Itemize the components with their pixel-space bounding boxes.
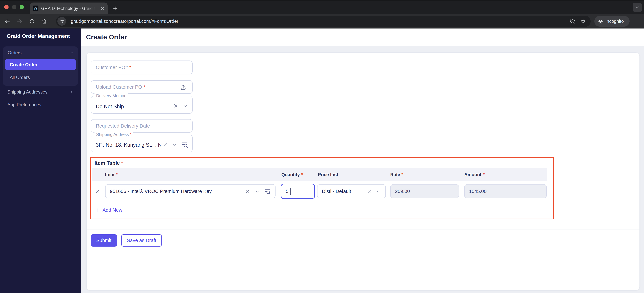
col-item: Item* (105, 168, 118, 181)
rate-field: 209.00 (390, 184, 459, 198)
bookmark-star-icon[interactable] (580, 18, 586, 24)
forward-icon[interactable] (16, 18, 22, 24)
sidebar-item-create-order[interactable]: Create Order (5, 59, 76, 70)
tab-title: GRAID Technology - Graid Or (41, 6, 96, 11)
lookup-search-icon[interactable] (181, 141, 188, 149)
quantity-input[interactable] (281, 184, 315, 199)
row-divider (92, 201, 547, 201)
amount-value: 1045.00 (469, 189, 486, 194)
price-list-value: Disti - Default (322, 189, 351, 194)
tab-close-icon[interactable] (100, 6, 105, 10)
home-icon[interactable] (41, 18, 47, 24)
chevron-right-icon (70, 90, 74, 94)
item-table-header-row: Item* Quantity* Price List Rate* Amount* (92, 168, 547, 181)
create-order-label: Create Order (10, 62, 38, 67)
incognito-spy-icon (598, 18, 604, 24)
orders-label: Orders (8, 50, 22, 55)
chevron-down-icon[interactable] (376, 189, 381, 194)
form-actions-divider (86, 229, 640, 230)
sidebar-item-orders[interactable]: Orders (3, 46, 78, 59)
orders-group: Orders Create Order All Orders (3, 46, 78, 86)
col-quantity: Quantity* (282, 168, 303, 181)
delivery-method-label: Delivery Method (94, 93, 128, 98)
sidebar-item-shipping-addresses[interactable]: Shipping Addresses (0, 86, 81, 98)
delivery-method-value: Do Not Ship (96, 104, 124, 110)
main-content: Create Order Customer PO# * Upload Custo… (81, 28, 644, 293)
window-zoom-button[interactable] (20, 5, 24, 9)
item-table-title: Item Table* (94, 160, 123, 166)
add-new-label: Add New (102, 207, 122, 213)
all-orders-label: All Orders (10, 75, 30, 80)
password-eye-off-icon[interactable] (570, 18, 576, 24)
clear-icon[interactable] (162, 142, 168, 147)
graid-favicon-icon (33, 5, 38, 11)
window-close-button[interactable] (4, 5, 8, 9)
shipping-address-value: 3F., No. 18, Kunyang St., , N... (96, 142, 162, 148)
app-preferences-label: App Preferences (8, 102, 41, 107)
app-title: Graid Order Management (7, 33, 70, 39)
back-icon[interactable] (4, 18, 10, 24)
chevron-down-icon[interactable] (172, 142, 177, 147)
shipping-address-field[interactable]: Shipping Address* 3F., No. 18, Kunyang S… (91, 135, 193, 152)
shipping-address-label: Shipping Address* (94, 132, 133, 137)
col-rate: Rate* (390, 168, 404, 181)
upload-customer-po-field[interactable]: Upload Customer PO * (91, 80, 193, 94)
lookup-search-icon[interactable] (264, 188, 271, 195)
item-table-section: Item Table* Item* Quantity* Price List R… (90, 157, 554, 219)
browser-tab-strip: GRAID Technology - Graid Or (0, 0, 644, 14)
item-value: 951606 - Intel® VROC Premium Hardware Ke… (110, 189, 212, 194)
incognito-badge: Incognito (594, 16, 630, 27)
requested-date-placeholder: Requested Delivery Date (96, 123, 150, 129)
form-card: Customer PO# * Upload Customer PO * Deli… (86, 52, 640, 291)
add-new-row-button[interactable]: Add New (95, 206, 122, 214)
clear-icon[interactable] (173, 103, 178, 109)
browser-toolbar: graidgomportal.zohocreatorportal.com/#Fo… (0, 14, 644, 28)
chevron-down-icon (70, 51, 74, 55)
page-title: Create Order (86, 33, 127, 41)
address-bar[interactable]: graidgomportal.zohocreatorportal.com/#Fo… (56, 16, 591, 27)
submit-button[interactable]: Submit (91, 234, 117, 247)
window-minimize-button[interactable] (12, 5, 16, 9)
amount-field: 1045.00 (464, 184, 547, 198)
price-list-select[interactable]: Disti - Default (317, 184, 386, 198)
delete-row-icon[interactable] (95, 189, 100, 194)
sidebar: Graid Order Management Orders Create Ord… (0, 28, 81, 293)
chevron-down-icon[interactable] (255, 189, 260, 194)
delivery-method-field[interactable]: Delivery Method Do Not Ship (91, 96, 193, 114)
sidebar-item-all-orders[interactable]: All Orders (3, 72, 78, 83)
col-price-list: Price List (318, 168, 340, 181)
clear-icon[interactable] (367, 189, 372, 194)
text-caret (290, 188, 291, 195)
app-title-bar: Graid Order Management (0, 28, 81, 44)
col-amount: Amount* (464, 168, 484, 181)
shipping-addresses-label: Shipping Addresses (8, 89, 48, 95)
rate-value: 209.00 (395, 189, 410, 194)
plus-icon (95, 207, 100, 213)
chevron-down-icon[interactable] (183, 104, 188, 109)
tab-search-chevron-button[interactable] (633, 3, 642, 12)
url-text[interactable]: graidgomportal.zohocreatorportal.com/#Fo… (71, 16, 178, 27)
upload-icon[interactable] (180, 84, 186, 91)
customer-po-placeholder: Customer PO# (96, 65, 128, 70)
save-as-draft-button[interactable]: Save as Draft (121, 234, 162, 247)
reload-icon[interactable] (29, 18, 35, 24)
item-select[interactable]: 951606 - Intel® VROC Premium Hardware Ke… (105, 184, 276, 198)
new-tab-button[interactable] (112, 5, 118, 11)
clear-icon[interactable] (245, 189, 250, 194)
upload-po-placeholder: Upload Customer PO (96, 84, 142, 90)
requested-delivery-date-field[interactable]: Requested Delivery Date (91, 119, 193, 133)
customer-po-field[interactable]: Customer PO# * (91, 60, 193, 74)
site-settings-icon[interactable] (58, 17, 66, 26)
browser-tab[interactable]: GRAID Technology - Graid Or (30, 2, 108, 14)
incognito-label: Incognito (606, 19, 624, 24)
sidebar-item-app-preferences[interactable]: App Preferences (0, 98, 81, 111)
page-header: Create Order (81, 28, 644, 46)
